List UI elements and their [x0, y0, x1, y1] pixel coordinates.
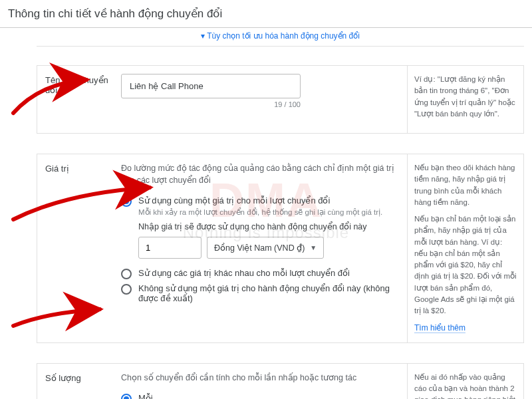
count-option-every[interactable]: Mỗi Được đề xuất cho các giao dịch mua h… [121, 393, 398, 399]
conversion-name-input[interactable] [121, 74, 301, 98]
value-card: Giá trị Đo lường mức độ tác động của quả… [37, 154, 524, 343]
value-option-same[interactable]: Sử dụng cùng một giá trị cho mỗi lượt ch… [121, 196, 398, 217]
help-text-name: Ví dụ: "Lượt đăng ký nhận bản tin trong … [407, 66, 523, 133]
count-card: Số lượng Chọn số chuyển đổi cần tính cho… [37, 363, 524, 400]
page-title: Thông tin chi tiết về hành động chuyển đ… [0, 0, 532, 28]
currency-dropdown[interactable]: Đồng Việt Nam (VND ₫) ▼ [207, 237, 324, 259]
conversion-name-card: Tên lượt chuyển đổi 19 / 100 Ví dụ: "Lượ… [37, 65, 524, 134]
value-option-different[interactable]: Sử dụng các giá trị khác nhau cho mỗi lư… [121, 268, 398, 279]
section-label-name: Tên lượt chuyển đổi [37, 66, 117, 133]
value-amount-input[interactable] [138, 237, 201, 259]
section-label-count: Số lượng [37, 364, 117, 400]
radio-icon [121, 394, 132, 399]
expand-optimize-link[interactable]: ▾ Tùy chọn tối ưu hóa hành động chuyển đ… [37, 28, 524, 47]
section-label-value: Giá trị [37, 154, 117, 342]
value-option-none[interactable]: Không sử dụng một giá trị cho hành động … [121, 283, 398, 303]
enter-value-label: Nhập giá trị sẽ được sử dụng cho hành độ… [138, 221, 398, 231]
chevron-down-icon: ▾ [201, 31, 205, 41]
help-text-count: Nếu ai đó nhấp vào quảng cáo của bạn và … [407, 364, 523, 400]
content-area: ▾ Tùy chọn tối ưu hóa hành động chuyển đ… [0, 28, 532, 399]
help-text-value: Nếu bạn theo dõi khách hàng tiềm năng, h… [407, 154, 523, 342]
radio-icon [121, 284, 132, 295]
count-description: Chọn số chuyển đổi cần tính cho mỗi lần … [121, 372, 398, 384]
char-counter: 19 / 100 [121, 100, 301, 108]
chevron-down-icon: ▼ [310, 244, 317, 251]
radio-icon [121, 196, 132, 207]
learn-more-link[interactable]: Tìm hiểu thêm [414, 323, 466, 333]
radio-icon [121, 269, 132, 279]
value-description: Đo lường mức độ tác động của quảng cáo b… [121, 162, 398, 186]
